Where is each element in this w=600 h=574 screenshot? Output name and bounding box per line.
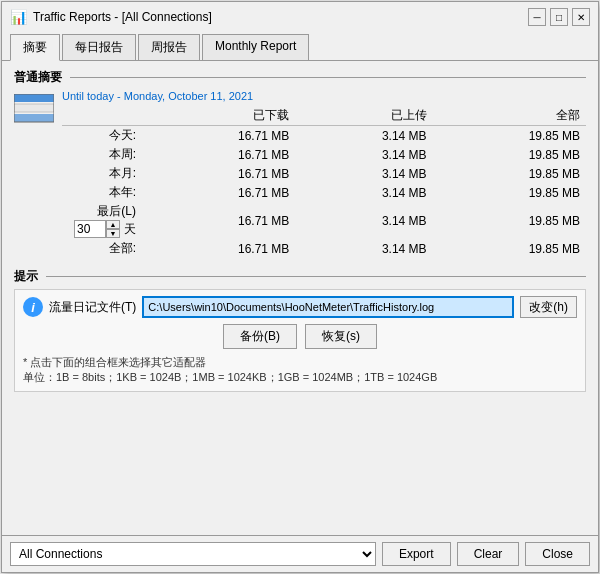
total-value: 19.85 MB bbox=[433, 126, 586, 146]
total-value: 19.85 MB bbox=[433, 183, 586, 202]
summary-title: 普通摘要 bbox=[14, 69, 62, 86]
uploaded-value: 3.14 MB bbox=[295, 145, 432, 164]
title-bar-left: 📊 Traffic Reports - [All Connections] bbox=[10, 9, 212, 25]
downloaded-value: 16.71 MB bbox=[142, 239, 295, 258]
change-button[interactable]: 改变(h) bbox=[520, 296, 577, 318]
bottom-bar: All Connections Export Clear Close bbox=[2, 535, 598, 572]
table-row: 本月:16.71 MB3.14 MB19.85 MB bbox=[62, 164, 586, 183]
backup-button[interactable]: 备份(B) bbox=[223, 324, 297, 349]
total-value: 19.85 MB bbox=[433, 239, 586, 258]
summary-area: Until today - Monday, October 11, 2021 已… bbox=[14, 90, 586, 258]
total-value: 19.85 MB bbox=[433, 145, 586, 164]
tips-title: 提示 bbox=[14, 268, 38, 285]
tab-monthly[interactable]: Monthly Report bbox=[202, 34, 309, 60]
spin-down-arrow[interactable]: ▼ bbox=[106, 229, 120, 238]
table-row: 本周:16.71 MB3.14 MB19.85 MB bbox=[62, 145, 586, 164]
spin-up-arrow[interactable]: ▲ bbox=[106, 220, 120, 229]
uploaded-value: 3.14 MB bbox=[295, 164, 432, 183]
row-label: 全部: bbox=[62, 239, 142, 258]
summary-table-wrapper: Until today - Monday, October 11, 2021 已… bbox=[62, 90, 586, 258]
total-value: 19.85 MB bbox=[433, 164, 586, 183]
row-label: 本年: bbox=[62, 183, 142, 202]
svg-rect-1 bbox=[14, 104, 54, 112]
tips-content: i 流量日记文件(T) 改变(h) 备份(B) 恢复(s) * 点击下面的组合框… bbox=[14, 289, 586, 392]
title-bar: 📊 Traffic Reports - [All Connections] ─ … bbox=[2, 2, 598, 30]
uploaded-value: 3.14 MB bbox=[295, 202, 432, 239]
uploaded-value: 3.14 MB bbox=[295, 183, 432, 202]
uploaded-value: 3.14 MB bbox=[295, 126, 432, 146]
total-value: 19.85 MB bbox=[433, 202, 586, 239]
svg-rect-2 bbox=[14, 114, 54, 122]
close-button[interactable]: ✕ bbox=[572, 8, 590, 26]
downloaded-value: 16.71 MB bbox=[142, 183, 295, 202]
maximize-button[interactable]: □ bbox=[550, 8, 568, 26]
col-downloaded: 已下载 bbox=[142, 106, 295, 126]
info-icon: i bbox=[23, 297, 43, 317]
log-label: 流量日记文件(T) bbox=[49, 299, 136, 316]
table-row: 全部:16.71 MB3.14 MB19.85 MB bbox=[62, 239, 586, 258]
table-row: 最后(L)30▲▼天16.71 MB3.14 MB19.85 MB bbox=[62, 202, 586, 239]
summary-section-header: 普通摘要 bbox=[14, 69, 586, 86]
tips-section-header: 提示 bbox=[14, 268, 586, 285]
row-label: 今天: bbox=[62, 126, 142, 146]
days-unit: 天 bbox=[124, 221, 136, 238]
tab-summary[interactable]: 摘要 bbox=[10, 34, 60, 61]
stats-table: 已下载 已上传 全部 今天:16.71 MB3.14 MB19.85 MB本周:… bbox=[62, 106, 586, 258]
export-button[interactable]: Export bbox=[382, 542, 451, 566]
col-uploaded: 已上传 bbox=[295, 106, 432, 126]
days-spinbox[interactable]: 30 bbox=[74, 220, 106, 238]
downloaded-value: 16.71 MB bbox=[142, 145, 295, 164]
row-label: 本周: bbox=[62, 145, 142, 164]
date-label: Until today - Monday, October 11, 2021 bbox=[62, 90, 586, 102]
restore-button[interactable]: 恢复(s) bbox=[305, 324, 377, 349]
log-path-input[interactable] bbox=[142, 296, 514, 318]
downloaded-value: 16.71 MB bbox=[142, 202, 295, 239]
table-row: 今天:16.71 MB3.14 MB19.85 MB bbox=[62, 126, 586, 146]
close-button-bottom[interactable]: Close bbox=[525, 542, 590, 566]
row-label: 本月: bbox=[62, 164, 142, 183]
downloaded-value: 16.71 MB bbox=[142, 164, 295, 183]
note2: 单位：1B = 8bits；1KB = 1024B；1MB = 1024KB；1… bbox=[23, 370, 577, 385]
downloaded-value: 16.71 MB bbox=[142, 126, 295, 146]
tab-weekly[interactable]: 周报告 bbox=[138, 34, 200, 60]
clear-button[interactable]: Clear bbox=[457, 542, 520, 566]
uploaded-value: 3.14 MB bbox=[295, 239, 432, 258]
title-controls: ─ □ ✕ bbox=[528, 8, 590, 26]
tab-daily[interactable]: 每日报告 bbox=[62, 34, 136, 60]
tab-bar: 摘要 每日报告 周报告 Monthly Report bbox=[2, 30, 598, 61]
tips-section: 提示 i 流量日记文件(T) 改变(h) 备份(B) 恢复(s) * 点击下面的… bbox=[14, 268, 586, 392]
main-content: 普通摘要 Until today - Monday, October 11, 2… bbox=[2, 61, 598, 535]
last-days-label: 最后(L) bbox=[97, 204, 136, 218]
svg-rect-0 bbox=[14, 94, 54, 102]
table-row: 本年:16.71 MB3.14 MB19.85 MB bbox=[62, 183, 586, 202]
note1: * 点击下面的组合框来选择其它适配器 bbox=[23, 355, 577, 370]
network-icon bbox=[14, 94, 54, 124]
minimize-button[interactable]: ─ bbox=[528, 8, 546, 26]
main-window: 📊 Traffic Reports - [All Connections] ─ … bbox=[1, 1, 599, 573]
col-total: 全部 bbox=[433, 106, 586, 126]
log-row: i 流量日记文件(T) 改变(h) bbox=[23, 296, 577, 318]
app-icon: 📊 bbox=[10, 9, 27, 25]
backup-restore-row: 备份(B) 恢复(s) bbox=[23, 324, 577, 349]
window-title: Traffic Reports - [All Connections] bbox=[33, 10, 212, 24]
connection-select[interactable]: All Connections bbox=[10, 542, 376, 566]
